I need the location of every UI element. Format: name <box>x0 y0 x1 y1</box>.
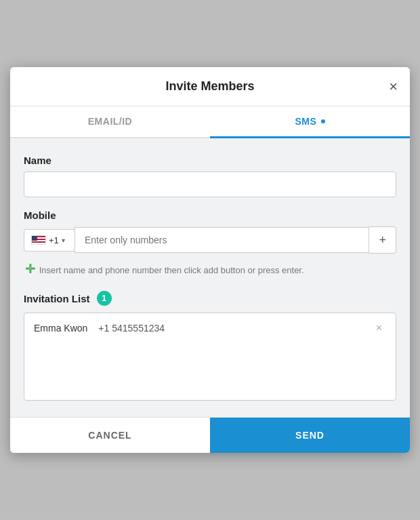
cancel-button[interactable]: CANCEL <box>10 418 210 453</box>
country-selector[interactable]: +1 ▾ <box>24 229 75 252</box>
mobile-input[interactable] <box>75 227 369 253</box>
mobile-label: Mobile <box>24 209 396 221</box>
mobile-row: +1 ▾ + <box>24 226 396 254</box>
invitation-header: Invitation List 1 <box>24 291 396 306</box>
hint-text: Insert name and phone number then click … <box>39 265 304 275</box>
invitation-list: Emma Kwon +1 5415551234 × <box>24 313 396 401</box>
tab-sms-dot <box>321 119 325 123</box>
add-button[interactable]: + <box>369 226 396 254</box>
modal-title: Invite Members <box>165 79 254 94</box>
modal-footer: CANCEL SEND <box>10 417 410 453</box>
name-input[interactable] <box>24 172 396 197</box>
tab-email[interactable]: EMAIL/ID <box>10 106 210 138</box>
invitation-phone: +1 5415551234 <box>98 323 165 334</box>
name-field-group: Name <box>24 155 396 197</box>
invite-members-modal: Invite Members × EMAIL/ID SMS Name Mobil… <box>10 67 410 453</box>
tab-sms-label: SMS <box>295 116 316 127</box>
chevron-down-icon: ▾ <box>62 237 65 244</box>
invitation-count-badge: 1 <box>97 291 112 306</box>
tab-sms[interactable]: SMS <box>210 106 410 138</box>
country-code: +1 <box>49 235 59 245</box>
invitation-info: Emma Kwon +1 5415551234 <box>34 323 165 334</box>
modal-header: Invite Members × <box>10 67 410 106</box>
invitation-section: Invitation List 1 Emma Kwon +1 541555123… <box>24 291 396 401</box>
modal-overlay: Invite Members × EMAIL/ID SMS Name Mobil… <box>0 0 420 520</box>
cursor-icon: ✛ <box>25 260 35 279</box>
send-button[interactable]: SEND <box>210 418 410 453</box>
table-row: Emma Kwon +1 5415551234 × <box>34 321 386 335</box>
invitation-name: Emma Kwon <box>34 323 87 334</box>
us-flag-icon <box>31 235 46 245</box>
mobile-field-group: Mobile +1 <box>24 209 396 279</box>
tab-email-label: EMAIL/ID <box>88 116 132 127</box>
name-label: Name <box>24 155 396 166</box>
hint-area: ✛ Insert name and phone number then clic… <box>24 260 396 279</box>
modal-body: Name Mobile <box>10 138 410 417</box>
tab-bar: EMAIL/ID SMS <box>10 106 410 138</box>
remove-invitation-button[interactable]: × <box>372 321 386 335</box>
invitation-list-label: Invitation List <box>24 293 90 304</box>
close-button[interactable]: × <box>389 79 398 94</box>
